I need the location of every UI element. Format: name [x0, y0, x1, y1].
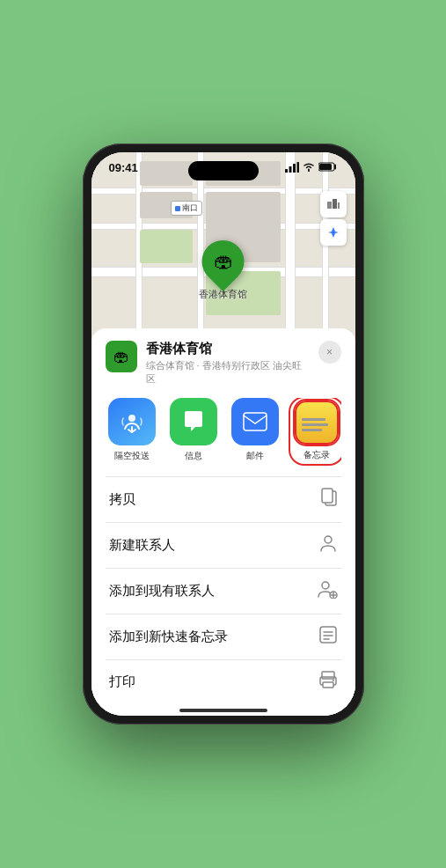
venue-subtitle: 综合体育馆 · 香港特别行政区 油尖旺区 [146, 359, 310, 386]
messages-icon [170, 398, 217, 445]
svg-rect-0 [285, 169, 288, 173]
svg-rect-7 [333, 199, 337, 209]
home-indicator [179, 709, 267, 712]
venue-logo-icon: 🏟 [113, 348, 129, 366]
signal-icon [285, 162, 299, 174]
svg-rect-24 [323, 682, 333, 688]
svg-rect-12 [322, 489, 333, 503]
map-controls [320, 191, 347, 246]
dynamic-island [188, 161, 259, 180]
copy-icon [320, 488, 338, 511]
svg-rect-1 [289, 166, 291, 173]
map-block [140, 230, 193, 263]
venue-name: 香港体育馆 [146, 341, 310, 357]
notes-label: 备忘录 [303, 449, 330, 461]
svg-rect-22 [322, 672, 334, 679]
share-row: 隔空投送 信息 [106, 398, 341, 473]
share-item-notes[interactable]: 备忘录 [290, 398, 341, 464]
svg-rect-5 [319, 164, 332, 170]
venue-logo: 🏟 [106, 341, 137, 372]
status-time: 09:41 [109, 161, 138, 174]
bottom-sheet: 🏟 香港体育馆 综合体育馆 · 香港特别行政区 油尖旺区 × [91, 328, 355, 716]
phone-screen: 09:41 [91, 152, 355, 716]
action-add-existing-label: 添加到现有联系人 [109, 583, 215, 600]
mail-label: 邮件 [246, 450, 264, 462]
svg-rect-6 [327, 202, 332, 209]
svg-rect-18 [320, 627, 336, 643]
airdrop-label: 隔空投送 [114, 450, 150, 462]
status-icons [285, 162, 338, 174]
svg-rect-3 [296, 162, 299, 173]
action-new-contact[interactable]: 新建联系人 [106, 522, 341, 568]
stadium-pin: 🏟 香港体育馆 [199, 240, 247, 301]
map-view-button[interactable] [320, 191, 347, 217]
action-quick-note[interactable]: 添加到新快速备忘录 [106, 614, 341, 659]
location-button[interactable] [320, 219, 347, 246]
svg-rect-2 [293, 164, 296, 173]
venue-header: 🏟 香港体育馆 综合体育馆 · 香港特别行政区 油尖旺区 × [106, 341, 341, 386]
print-icon [318, 671, 338, 693]
svg-point-13 [325, 536, 332, 543]
mail-icon [231, 398, 279, 445]
share-item-mail[interactable]: 邮件 [229, 398, 281, 464]
stadium-icon: 🏟 [214, 250, 233, 273]
messages-label: 信息 [185, 450, 202, 462]
action-quick-note-label: 添加到新快速备忘录 [109, 629, 228, 645]
add-contact-icon [317, 579, 338, 603]
airdrop-icon [108, 398, 156, 445]
svg-point-9 [128, 415, 135, 422]
pin-marker: 🏟 [194, 232, 253, 291]
svg-rect-10 [244, 413, 267, 430]
venue-info: 香港体育馆 综合体育馆 · 香港特别行政区 油尖旺区 [146, 341, 310, 386]
share-item-messages[interactable]: 信息 [167, 398, 220, 464]
notes-icon [295, 401, 339, 445]
action-add-existing[interactable]: 添加到现有联系人 [106, 568, 341, 614]
action-copy[interactable]: 拷贝 [106, 476, 341, 522]
new-contact-icon [318, 533, 338, 557]
close-button[interactable]: × [318, 341, 341, 364]
svg-rect-8 [338, 202, 340, 209]
action-copy-label: 拷贝 [109, 491, 135, 508]
share-item-airdrop[interactable]: 隔空投送 [106, 398, 158, 464]
phone-frame: 09:41 [83, 143, 364, 725]
svg-point-25 [333, 680, 334, 681]
label-dot [175, 206, 180, 211]
battery-icon [318, 162, 338, 173]
wifi-icon [303, 162, 315, 173]
map-entrance-label: 南口 [171, 201, 202, 216]
quick-note-icon [318, 625, 338, 649]
action-new-contact-label: 新建联系人 [109, 537, 175, 554]
action-print-label: 打印 [109, 673, 135, 690]
action-print[interactable]: 打印 [106, 659, 341, 703]
svg-point-14 [322, 582, 329, 589]
notes-lines [296, 411, 337, 435]
